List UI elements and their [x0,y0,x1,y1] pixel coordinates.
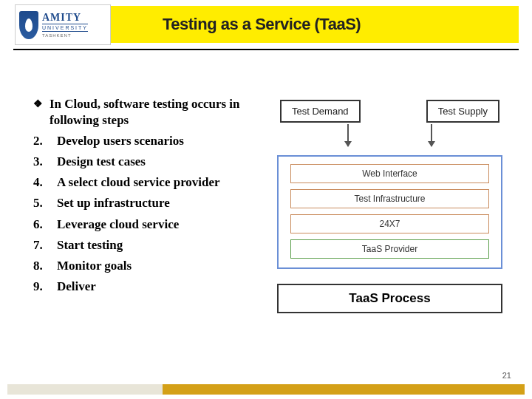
content-list: ❖ In Cloud, software testing occurs in f… [26,96,255,299]
diagram-arrows [277,123,502,152]
list-item: 8. Monitor goals [26,258,255,274]
step-number: 5. [26,195,57,211]
diagram-caption: TaaS Process [277,284,502,313]
footer-accent [163,384,525,395]
slide-title: Testing as a Service (TaaS) [163,15,361,34]
step-number: 9. [26,279,57,295]
logo-type: UNIVERSITY [42,24,88,32]
step-number: 7. [26,237,57,253]
list-item: ❖ In Cloud, software testing occurs in f… [26,96,255,129]
arrow-down-icon [347,124,349,146]
test-demand-box: Test Demand [280,100,361,123]
intro-text: In Cloud, software testing occurs in fol… [50,96,255,129]
logo-name: AMITY [42,13,88,23]
arrow-down-icon [431,124,432,146]
24x7-box: 24X7 [290,214,489,233]
step-number: 6. [26,216,57,233]
provider-container: Web Interface Test Infrastructure 24X7 T… [277,155,502,269]
step-number: 2. [26,133,57,149]
footer-accent-light [7,384,163,395]
title-bar: Testing as a Service (TaaS) [85,6,519,43]
logo-text: AMITY UNIVERSITY TASHKENT [42,13,88,38]
horizontal-rule [13,49,519,50]
step-text: Start testing [57,237,123,253]
logo: AMITY UNIVERSITY TASHKENT [15,4,111,45]
step-text: Set up infrastructure [57,195,170,211]
taas-diagram: Test Demand Test Supply Web Interface Te… [277,100,502,329]
list-item: 3. Design test cases [26,154,255,170]
list-item: 9. Deliver [26,279,255,295]
step-text: A select cloud service provider [57,174,220,191]
diagram-top-row: Test Demand Test Supply [277,100,502,123]
step-number: 8. [26,258,57,274]
list-item: 2. Develop users scenarios [26,133,255,149]
taas-provider-box: TaaS Provider [290,239,489,259]
logo-shield-icon [19,11,38,39]
test-supply-box: Test Supply [426,100,499,123]
list-item: 5. Set up infrastructure [26,195,255,211]
list-item: 6. Leverage cloud service [26,216,255,233]
step-number: 4. [26,174,57,191]
web-interface-box: Web Interface [290,164,489,183]
step-text: Develop users scenarios [57,133,184,149]
step-text: Deliver [57,279,96,295]
step-text: Design test cases [57,154,146,170]
logo-location: TASHKENT [42,33,88,38]
page-number: 21 [502,371,511,380]
list-item: 7. Start testing [26,237,255,253]
step-text: Monitor goals [57,258,132,274]
logo-flame-icon [25,18,33,32]
test-infrastructure-box: Test Infrastructure [290,189,489,208]
step-text: Leverage cloud service [57,216,179,233]
bullet-icon: ❖ [26,96,50,129]
list-item: 4. A select cloud service provider [26,174,255,191]
step-number: 3. [26,154,57,170]
